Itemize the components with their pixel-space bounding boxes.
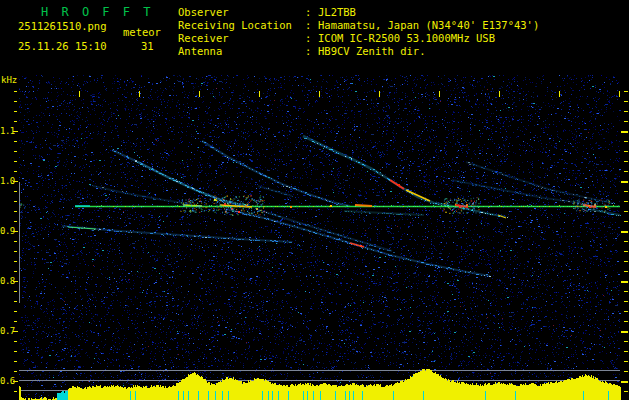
freq-minor-tick (14, 201, 17, 202)
freq-major-tick (13, 181, 18, 182)
freq-minor-tick (14, 361, 17, 362)
freq-major-tick (13, 131, 18, 132)
freq-tick-label: 1.0 (0, 176, 13, 186)
freq-minor-tick (14, 141, 17, 142)
freq-minor-tick (14, 171, 17, 172)
freq-minor-tick (14, 371, 17, 372)
spectrogram-canvas (19, 75, 629, 400)
freq-minor-tick (14, 221, 17, 222)
freq-minor-tick (14, 241, 17, 242)
freq-tick-label: 0.9 (0, 226, 13, 236)
freq-minor-tick (14, 341, 17, 342)
freq-minor-tick (14, 291, 17, 292)
freq-minor-tick (14, 261, 17, 262)
freq-minor-tick (14, 301, 17, 302)
freq-tick-label: 0.7 (0, 326, 13, 336)
freq-tick-label: 0.6 (0, 376, 13, 386)
freq-minor-tick (14, 311, 17, 312)
freq-major-tick (13, 231, 18, 232)
freq-minor-tick (14, 321, 17, 322)
freq-major-tick (13, 281, 18, 282)
freq-minor-tick (14, 151, 17, 152)
freq-minor-tick (14, 101, 17, 102)
freq-minor-tick (14, 271, 17, 272)
freq-tick-label: 0.8 (0, 276, 13, 286)
freq-minor-tick (14, 251, 17, 252)
freq-minor-tick (14, 391, 17, 392)
freq-major-tick (13, 381, 18, 382)
freq-minor-tick (14, 161, 17, 162)
freq-minor-tick (14, 191, 17, 192)
freq-minor-tick (14, 351, 17, 352)
hrofft-window: H R O F F T 2511261510.png meteor 25.11.… (0, 0, 629, 400)
freq-minor-tick (14, 211, 17, 212)
freq-major-tick (13, 331, 18, 332)
freq-minor-tick (14, 121, 17, 122)
freq-tick-label: 1.1 (0, 126, 13, 136)
freq-minor-tick (14, 111, 17, 112)
